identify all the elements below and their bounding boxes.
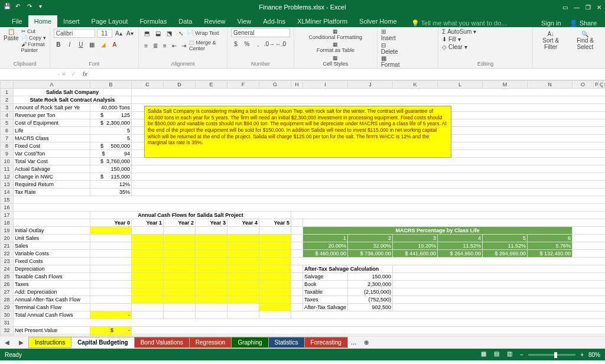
group-label-font: Font [54, 61, 135, 68]
group-label-alignment: Alignment [142, 61, 223, 68]
percent-icon[interactable]: % [242, 39, 252, 48]
cell-styles-button[interactable]: ▦Cell Styles [298, 55, 373, 68]
underline-button[interactable]: U [76, 40, 86, 49]
tab-xlminer[interactable]: XLMiner Platform [291, 15, 353, 27]
number-format-select[interactable]: General [231, 28, 290, 37]
sheet-tab-capital-budgeting[interactable]: Capital Budgeting [71, 337, 135, 348]
fill-button[interactable]: ⬇ Fill ▾ [442, 36, 528, 43]
group-number: General $ % , .0→ ←.0 Number [227, 27, 294, 68]
shrink-font-icon[interactable]: A▾ [125, 28, 135, 38]
group-editing-right: A↓Sort & Filter 🔍Find & Select [533, 27, 605, 68]
ribbon-tabs: File Home Insert Page Layout Formulas Da… [0, 14, 605, 27]
dec-decimal-icon[interactable]: ←.0 [276, 39, 285, 48]
format-cells-button[interactable]: ▦Format [381, 55, 434, 68]
tab-solver[interactable]: Solver Home [353, 15, 403, 27]
group-label-editing: Editing [442, 61, 528, 68]
align-center-icon[interactable]: ≣ [152, 41, 160, 50]
view-pagelayout-icon[interactable]: ▤ [494, 350, 502, 359]
delete-cells-button[interactable]: ⊟Delete [381, 42, 434, 55]
group-label-number: Number [231, 61, 290, 68]
status-bar: Ready ▦ ▤ ▥ − + 80% [0, 349, 605, 360]
tab-review[interactable]: Review [198, 15, 231, 27]
close-icon[interactable]: ✕ [597, 4, 601, 11]
indent-dec-icon[interactable]: ⇤ [170, 41, 178, 50]
merge-center-button[interactable]: ⬚ Merge & Center [189, 40, 223, 51]
tab-formulas[interactable]: Formulas [134, 15, 173, 27]
sheet-tab-regression[interactable]: Regression [189, 337, 232, 348]
sign-in-link[interactable]: Sign in [541, 20, 561, 27]
worksheet-area[interactable]: Salida Salt Company is considering makin… [0, 80, 605, 336]
orientation-icon[interactable]: ⤡ [176, 28, 186, 38]
zoom-out-icon[interactable]: − [520, 352, 523, 358]
paste-button[interactable]: 📋Paste [4, 28, 19, 53]
clear-button[interactable]: ◇ Clear ▾ [442, 44, 528, 50]
enter-formula-icon[interactable]: ✓ [69, 71, 78, 77]
sheet-tab-forecasting[interactable]: Forecasting [304, 337, 348, 348]
grow-font-icon[interactable]: A▴ [114, 28, 123, 38]
cancel-formula-icon[interactable]: ✕ [59, 71, 69, 77]
fx-icon[interactable]: fx [78, 71, 92, 77]
undo-icon[interactable]: ↶ [15, 3, 24, 11]
zoom-in-icon[interactable]: + [580, 352, 584, 358]
tab-view[interactable]: View [232, 15, 258, 27]
align-middle-icon[interactable]: ⬓ [154, 28, 163, 38]
title-bar: 💾 ↶ ↷ ▾ Finance Problems.xlsx - Excel ▭ … [0, 0, 605, 14]
inc-decimal-icon[interactable]: .0→ [265, 39, 274, 48]
tab-home[interactable]: Home [28, 15, 57, 27]
ribbon-options-icon[interactable]: ▭ [562, 4, 568, 11]
align-top-icon[interactable]: ⬒ [142, 28, 152, 38]
border-button[interactable]: ▦ [87, 40, 97, 49]
currency-icon[interactable]: $ [231, 39, 240, 48]
align-right-icon[interactable]: ≡ [161, 41, 168, 50]
tab-file[interactable]: File [6, 15, 28, 27]
minimize-icon[interactable]: — [574, 4, 580, 11]
tab-insert[interactable]: Insert [57, 15, 86, 27]
insert-cells-button[interactable]: ⊞Insert [381, 28, 434, 41]
italic-button[interactable]: I [65, 40, 74, 49]
group-alignment: ⬒ ⬓ ⬔ ⤡ 📄 Wrap Text ≡ ≣ ≡ ⇤ ⇥ ⬚ Merge & … [139, 27, 227, 68]
formula-bar[interactable] [92, 73, 605, 76]
maximize-icon[interactable]: ❐ [586, 4, 591, 11]
view-normal-icon[interactable]: ▦ [481, 350, 489, 359]
format-painter-button[interactable]: 🖌 Format Painter [21, 41, 46, 53]
conditional-formatting-button[interactable]: ▦Conditional Formatting [298, 28, 373, 41]
name-box[interactable] [0, 73, 59, 76]
sheet-tabs-bar: ◀ ▶ Instructions Capital Budgeting Bond … [0, 336, 605, 349]
zoom-level[interactable]: 80% [588, 352, 600, 358]
bold-button[interactable]: B [54, 40, 63, 49]
wrap-text-button[interactable]: 📄 Wrap Text [187, 30, 219, 36]
zoom-slider[interactable] [528, 354, 575, 356]
sheet-tab-instructions[interactable]: Instructions [28, 337, 71, 348]
font-name-select[interactable]: Calibri [54, 29, 95, 38]
share-button[interactable]: 👤 Share [570, 20, 597, 27]
sort-filter-button[interactable]: A↓Sort & Filter [536, 31, 565, 50]
save-icon[interactable]: 💾 [4, 3, 12, 11]
new-sheet-icon[interactable]: ⊕ [360, 339, 372, 346]
align-bottom-icon[interactable]: ⬔ [165, 28, 174, 38]
comma-icon[interactable]: , [253, 39, 263, 48]
tab-data[interactable]: Data [173, 15, 198, 27]
find-select-button[interactable]: 🔍Find & Select [569, 31, 601, 50]
copy-button[interactable]: 📄 Copy ▾ [21, 35, 46, 41]
sheet-tab-graphing[interactable]: Graphing [231, 337, 268, 348]
fill-color-button[interactable]: ◢ [99, 40, 108, 49]
qat-customize-icon[interactable]: ▾ [39, 3, 47, 11]
tab-page-layout[interactable]: Page Layout [86, 15, 134, 27]
sheet-tab-bond[interactable]: Bond Valuations [134, 337, 190, 348]
cut-button[interactable]: ✂ Cut [21, 28, 46, 34]
redo-icon[interactable]: ↷ [27, 3, 35, 11]
status-ready: Ready [5, 352, 22, 358]
font-color-button[interactable]: A [110, 40, 119, 49]
autosum-button[interactable]: Σ AutoSum ▾ [442, 28, 528, 35]
tell-me[interactable]: 💡 Tell me what you want to do... [411, 20, 507, 27]
more-tabs-icon[interactable]: … [347, 339, 360, 346]
tab-addins[interactable]: Add-Ins [257, 15, 291, 27]
tab-nav-next-icon[interactable]: ▶ [14, 339, 28, 346]
indent-inc-icon[interactable]: ⇥ [180, 41, 187, 50]
view-pagebreak-icon[interactable]: ▥ [507, 350, 515, 359]
format-as-table-button[interactable]: ▦Format as Table [298, 41, 373, 54]
align-left-icon[interactable]: ≡ [142, 41, 150, 50]
tab-nav-prev-icon[interactable]: ◀ [0, 339, 14, 346]
font-size-select[interactable]: 11 [97, 29, 112, 38]
sheet-tab-statistics[interactable]: Statistics [268, 337, 305, 348]
